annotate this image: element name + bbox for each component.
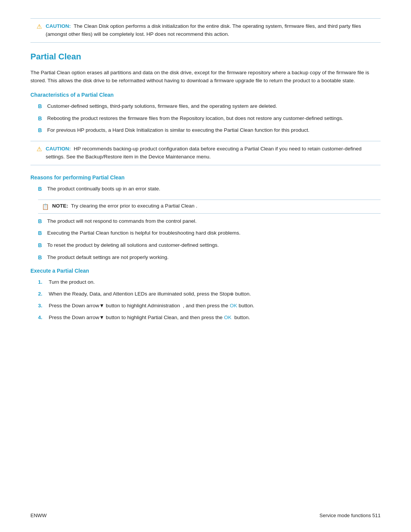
reasons-list-rest: B The product will not respond to comman…	[38, 217, 381, 262]
reasons-list-first: B The product continually boots up in an…	[38, 185, 381, 193]
caution-body-middle: HP recommends backing-up product configu…	[46, 146, 362, 160]
note-label: NOTE:	[52, 203, 68, 209]
step-text: Press the Down arrow▼ button to highligh…	[49, 302, 254, 310]
list-item: B To reset the product by deleting all s…	[38, 241, 381, 250]
bullet-text: Executing the Partial Clean function is …	[47, 229, 241, 238]
bullet-text: For previous HP products, a Hard Disk In…	[47, 126, 309, 135]
list-item: B The product continually boots up in an…	[38, 185, 381, 193]
footer-right: Service mode functions 511	[320, 513, 381, 518]
bullet-text: The product will not respond to commands…	[47, 217, 196, 226]
caution-label-middle: CAUTION:	[46, 146, 71, 152]
note-text: NOTE: Try clearing the error prior to ex…	[52, 203, 197, 209]
step-number: 3.	[38, 302, 45, 310]
caution-box-middle: ⚠ CAUTION: HP recommends backing-up prod…	[30, 141, 381, 165]
intro-paragraph: The Partial Clean option erases all part…	[30, 69, 381, 85]
bullet-icon: B	[38, 115, 43, 123]
caution-text-middle: CAUTION: HP recommends backing-up produc…	[46, 145, 374, 161]
bullet-icon: B	[38, 229, 43, 238]
list-item: 4. Press the Down arrow▼ button to highl…	[38, 314, 381, 322]
bullet-icon: B	[38, 185, 43, 193]
characteristics-list: B Customer-defined settings, third-party…	[38, 102, 381, 135]
list-item: 2. When the Ready, Data, and Attention L…	[38, 290, 381, 298]
step-number: 1.	[38, 278, 45, 286]
characteristics-heading: Characteristics of a Partial Clean	[30, 92, 381, 98]
step-text: Press the Down arrow▼ button to highligh…	[49, 314, 250, 322]
bullet-text: The product default settings are not pro…	[47, 254, 169, 262]
note-icon: 📋	[42, 203, 49, 210]
step-number: 4.	[38, 314, 45, 322]
step-text: Turn the product on.	[49, 278, 95, 286]
bullet-icon: B	[38, 102, 43, 111]
list-item: B Customer-defined settings, third-party…	[38, 102, 381, 111]
bullet-icon: B	[38, 241, 43, 250]
step-number: 2.	[38, 290, 45, 298]
list-item: B For previous HP products, a Hard Disk …	[38, 126, 381, 135]
reasons-heading: Reasons for performing Partial Clean	[30, 174, 381, 181]
list-item: B Rebooting the product restores the fir…	[38, 115, 381, 123]
execute-steps: 1. Turn the product on. 2. When the Read…	[38, 278, 381, 322]
bullet-text: The product continually boots up in an e…	[47, 185, 160, 193]
list-item: B The product will not respond to comman…	[38, 217, 381, 226]
page: ⚠ CAUTION: The Clean Disk option perform…	[0, 0, 411, 532]
list-item: 1. Turn the product on.	[38, 278, 381, 286]
bullet-text: Customer-defined settings, third-party s…	[47, 102, 277, 111]
bullet-text: To reset the product by deleting all sol…	[47, 241, 219, 250]
note-box: 📋 NOTE: Try clearing the error prior to …	[38, 200, 381, 214]
bullet-icon: B	[38, 126, 43, 135]
execute-heading: Execute a Partial Clean	[30, 268, 381, 274]
caution-icon-middle: ⚠	[37, 145, 42, 153]
footer: ENWW Service mode functions 511	[30, 513, 381, 518]
caution-box-top: ⚠ CAUTION: The Clean Disk option perform…	[30, 18, 381, 43]
caution-icon-top: ⚠	[37, 23, 42, 30]
footer-left: ENWW	[30, 513, 47, 518]
list-item: B Executing the Partial Clean function i…	[38, 229, 381, 238]
step-text: When the Ready, Data, and Attention LEDs…	[49, 290, 251, 298]
caution-text-top: CAUTION: The Clean Disk option performs …	[46, 22, 374, 38]
caution-body-top: The Clean Disk option performs a disk in…	[46, 23, 361, 37]
bullet-icon: B	[38, 254, 43, 262]
partial-clean-title: Partial Clean	[30, 52, 381, 62]
bullet-icon: B	[38, 217, 43, 226]
caution-label-top: CAUTION:	[46, 23, 71, 29]
list-item: 3. Press the Down arrow▼ button to highl…	[38, 302, 381, 310]
note-body: Try clearing the error prior to executin…	[71, 203, 198, 209]
list-item: B The product default settings are not p…	[38, 254, 381, 262]
bullet-text: Rebooting the product restores the firmw…	[47, 115, 343, 123]
